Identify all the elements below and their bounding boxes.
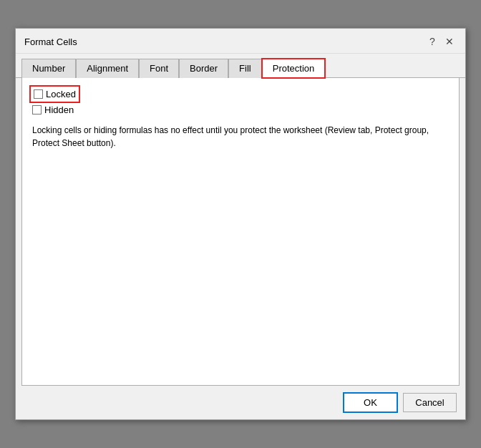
dialog-title: Format Cells xyxy=(24,36,77,47)
close-button[interactable]: ✕ xyxy=(442,34,457,49)
ok-button[interactable]: OK xyxy=(344,393,397,412)
tab-border[interactable]: Border xyxy=(179,59,228,78)
content-area: Locked Hidden Locking cells or hiding fo… xyxy=(21,78,460,386)
title-bar-left: Format Cells xyxy=(24,36,77,47)
cancel-button[interactable]: Cancel xyxy=(403,393,457,412)
locked-row: Locked xyxy=(32,88,449,100)
hidden-checkbox[interactable] xyxy=(32,105,42,115)
hidden-row: Hidden xyxy=(32,104,449,115)
tabs-container: Number Alignment Font Border Fill Protec… xyxy=(16,54,465,78)
tab-alignment[interactable]: Alignment xyxy=(76,59,139,78)
title-bar: Format Cells ? ✕ xyxy=(16,29,465,54)
tab-number[interactable]: Number xyxy=(21,59,76,78)
protection-description: Locking cells or hiding formulas has no … xyxy=(32,124,449,150)
tab-protection[interactable]: Protection xyxy=(262,59,326,78)
tab-font[interactable]: Font xyxy=(139,59,179,78)
title-bar-right: ? ✕ xyxy=(425,34,457,49)
hidden-wrapper: Hidden xyxy=(32,104,74,115)
locked-wrapper: Locked xyxy=(32,88,77,100)
format-cells-dialog: Format Cells ? ✕ Number Alignment Font B… xyxy=(15,28,466,420)
help-button[interactable]: ? xyxy=(425,34,439,49)
hidden-label[interactable]: Hidden xyxy=(44,104,74,115)
tab-fill[interactable]: Fill xyxy=(228,59,262,78)
dialog-footer: OK Cancel xyxy=(16,386,465,419)
locked-label[interactable]: Locked xyxy=(46,89,76,99)
locked-checkbox[interactable] xyxy=(34,89,43,99)
